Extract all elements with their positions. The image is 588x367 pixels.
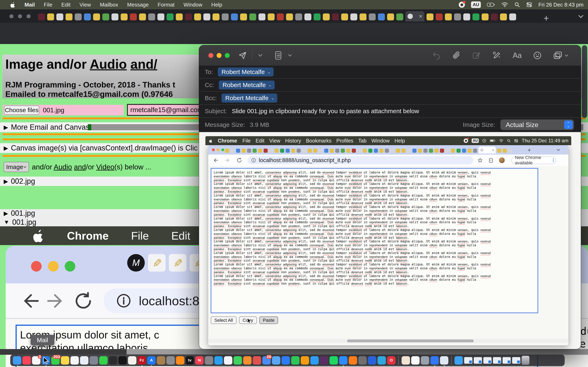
header-fields-chevron-icon[interactable] <box>288 54 292 57</box>
inner-horizontal-scrollbar[interactable] <box>208 339 568 343</box>
select-all-button[interactable]: Select All <box>211 317 237 324</box>
cc-field-row[interactable]: Cc: Robert Metcalfe⌄ <box>199 79 581 92</box>
emoji-button[interactable] <box>533 51 542 60</box>
browser-tab[interactable] <box>332 13 339 20</box>
browser-tab[interactable] <box>472 13 479 20</box>
browser-tab[interactable] <box>324 149 328 153</box>
browser-tab[interactable] <box>291 149 295 153</box>
apple-menu-icon[interactable] <box>10 2 16 8</box>
browser-tab[interactable] <box>508 149 512 153</box>
dock-icon-reminders[interactable]: 3 <box>32 356 40 365</box>
browser-tab[interactable] <box>463 13 470 20</box>
browser-tab[interactable] <box>429 149 433 153</box>
battery-icon[interactable] <box>487 2 495 7</box>
browser-tab[interactable] <box>462 149 466 153</box>
dock-icon-xcode[interactable] <box>430 356 439 365</box>
audio-link[interactable]: Audio <box>54 163 72 171</box>
dock-icon-notes[interactable] <box>61 356 69 365</box>
dock-icon-placeholder-app[interactable] <box>440 356 448 365</box>
cc-recipient-pill[interactable]: Robert Metcalfe⌄ <box>219 81 275 90</box>
browser-tab[interactable] <box>236 149 240 153</box>
browser-tab[interactable] <box>390 149 394 153</box>
browser-tab[interactable] <box>259 13 265 20</box>
browser-tab[interactable] <box>286 13 293 20</box>
dock-icon-audacity[interactable] <box>368 356 376 365</box>
dock-icon-news[interactable]: N <box>195 356 204 365</box>
browser-tab[interactable] <box>503 149 507 153</box>
browser-tab[interactable] <box>352 149 356 153</box>
menu-item[interactable]: History <box>285 138 301 144</box>
browser-tab[interactable] <box>240 13 247 20</box>
active-tab[interactable]: × <box>479 147 496 154</box>
browser-tab[interactable] <box>302 149 306 153</box>
photo-browser-button[interactable] <box>553 51 569 60</box>
disclosure-triangle-icon[interactable]: ▶ <box>4 124 8 131</box>
dock-icon-keynote[interactable] <box>282 356 290 365</box>
dock-icon-photo-booth[interactable] <box>253 356 261 365</box>
browser-tab[interactable] <box>379 149 383 153</box>
message-body[interactable]: Chrome FileEditViewHistoryBookmarksProfi… <box>199 132 581 349</box>
dock-icon-numbers[interactable] <box>291 356 300 365</box>
browser-tab[interactable] <box>225 149 229 153</box>
browser-tab[interactable] <box>130 13 137 20</box>
browser-tab[interactable] <box>167 13 173 20</box>
bcc-recipient-pill[interactable]: Robert Metcalfe⌄ <box>222 94 277 103</box>
minimized-window[interactable] <box>464 357 472 364</box>
dock-icon-accessibility[interactable] <box>421 356 429 365</box>
to-field-row[interactable]: To: Robert Metcalfe⌄ <box>199 66 581 79</box>
dock-icon-safari[interactable] <box>214 356 223 365</box>
browser-tab[interactable] <box>185 13 192 20</box>
menu-item[interactable]: Window <box>183 2 202 8</box>
menu-item[interactable]: Window <box>371 138 389 144</box>
dock-icon-pencil-notes[interactable] <box>402 356 410 365</box>
dock-icon-vlc[interactable] <box>349 356 357 365</box>
menu-item[interactable]: Edit <box>256 138 264 144</box>
browser-tab[interactable] <box>157 13 164 20</box>
markup-icon[interactable] <box>472 51 481 60</box>
browser-tab[interactable] <box>497 149 501 153</box>
browser-tab[interactable] <box>330 149 334 153</box>
browser-tab[interactable] <box>341 149 345 153</box>
browser-tab[interactable] <box>500 13 507 20</box>
browser-tab[interactable] <box>313 149 317 153</box>
menu-item[interactable]: View <box>269 138 280 144</box>
menubar-app-icon[interactable]: ☻ <box>459 2 465 8</box>
window-controls[interactable] <box>208 53 230 58</box>
browser-tab[interactable] <box>269 149 273 153</box>
menu-item[interactable]: Message <box>127 2 149 8</box>
to-recipient-pill[interactable]: Robert Metcalfe⌄ <box>218 67 274 76</box>
dock-icon-facetime[interactable] <box>99 356 108 365</box>
dock-icon-terminal[interactable] <box>118 356 127 365</box>
inner-lorem-textarea[interactable]: Lorem ipsum dolor sit amet, consectetur … <box>211 168 538 313</box>
dock-icon-gimp[interactable] <box>166 356 175 365</box>
menu-item[interactable]: Edit <box>61 2 70 8</box>
undo-icon[interactable] <box>432 52 441 59</box>
browser-tab[interactable] <box>401 149 406 153</box>
browser-tab[interactable] <box>374 149 378 153</box>
browser-tab[interactable] <box>509 13 516 20</box>
dock-icon-calculator[interactable] <box>109 356 117 365</box>
menu-app-name[interactable]: Mail <box>25 2 35 8</box>
browser-tab[interactable] <box>451 149 455 153</box>
browser-tab[interactable] <box>139 13 146 20</box>
and-link[interactable]: and <box>74 163 86 171</box>
dock-icon-textedit[interactable] <box>411 356 420 365</box>
header-fields-button[interactable] <box>274 51 282 60</box>
browser-tab[interactable] <box>47 13 54 20</box>
browser-tab[interactable] <box>66 13 72 20</box>
browser-tab[interactable] <box>194 13 201 20</box>
page-scrollbar[interactable] <box>582 45 587 118</box>
menubar-clock[interactable]: Fri 26 Dec 8:43 pm <box>538 2 584 8</box>
browser-tab[interactable] <box>424 149 428 153</box>
browser-tab[interactable] <box>445 13 452 20</box>
active-tab[interactable]: × <box>406 11 424 21</box>
and-link[interactable]: and/ <box>130 57 157 72</box>
dock-icon-app-store[interactable]: A <box>147 356 156 365</box>
browser-tab[interactable] <box>396 13 403 20</box>
browser-tab[interactable] <box>102 13 109 20</box>
browser-tab[interactable] <box>467 149 472 153</box>
dock-icon-downloads-folder[interactable] <box>454 356 463 365</box>
browser-tab[interactable] <box>396 149 400 153</box>
browser-tab[interactable] <box>385 149 389 153</box>
bcc-field-row[interactable]: Bcc: Robert Metcalfe⌄ <box>199 92 581 105</box>
